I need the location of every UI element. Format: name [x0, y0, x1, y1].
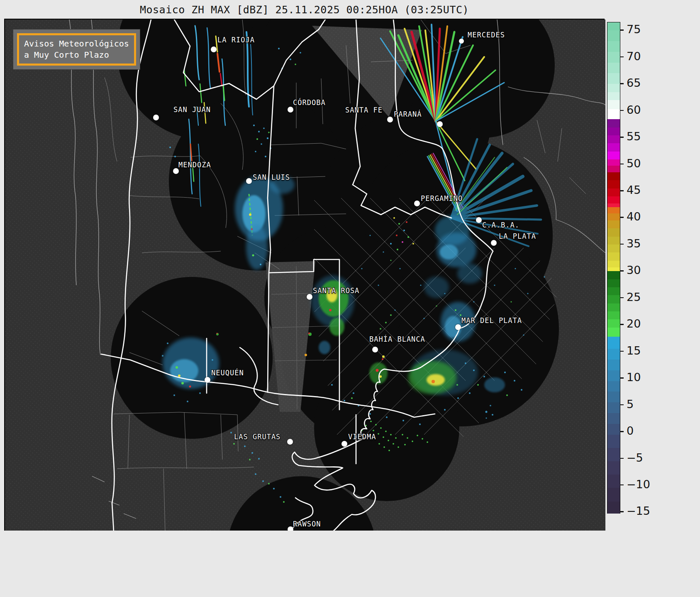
colorbar-tick-label: 55	[627, 130, 641, 143]
city-label: BAHÍA BLANCA	[369, 335, 425, 343]
city-marker	[287, 439, 293, 445]
city-label: NEUQUÉN	[211, 369, 244, 377]
city-marker	[437, 121, 443, 127]
city-marker	[491, 240, 497, 246]
page-title: Mosaico ZH MAX [dBZ] 25.11.2025 00:25HOA…	[4, 4, 605, 16]
city-marker	[173, 168, 179, 174]
city-marker	[455, 324, 461, 330]
city-marker	[153, 115, 159, 120]
colorbar-tick-label: 10	[627, 371, 641, 384]
colorbar-tick-label: 65	[627, 76, 641, 89]
colorbar-tick-label: 0	[627, 424, 634, 437]
colorbar-tick	[620, 324, 624, 325]
colorbar-tick	[620, 484, 624, 486]
colorbar-tick	[620, 377, 624, 379]
city-label: SAN LUIS	[253, 173, 290, 181]
radar-mosaic-page: { "title": "Mosaico ZH MAX [dBZ] 25.11.2…	[0, 0, 700, 597]
colorbar-tick	[620, 270, 624, 272]
colorbar-tick	[620, 56, 624, 58]
city-label: MERCEDES	[468, 31, 505, 39]
colorbar-tick	[620, 110, 624, 111]
colorbar-tick-label: −15	[627, 505, 650, 518]
city-marker	[459, 39, 464, 44]
city-label: LA RIOJA	[217, 36, 255, 44]
city-label: RAWSON	[293, 520, 321, 528]
colorbar-tick-label: 25	[627, 291, 641, 303]
colorbar-tick-label: 20	[627, 318, 641, 330]
alert-overlay-text: Avisos Meteorológicos a Muy Corto Plazo	[17, 33, 136, 66]
city-marker	[372, 347, 378, 352]
colorbar-tick	[620, 244, 624, 245]
colorbar-tick	[620, 164, 624, 165]
colorbar-tick	[620, 137, 624, 138]
city-label: PERGAMINO	[421, 194, 463, 203]
city-label: C.A.B.A.	[482, 221, 520, 229]
colorbar-tick	[620, 511, 624, 512]
city-marker	[205, 377, 210, 383]
colorbar-tick-label: 45	[627, 184, 641, 196]
colorbar-tick-label: 15	[627, 344, 641, 357]
colorbar-tick-label: 75	[627, 23, 641, 36]
city-marker	[414, 201, 420, 206]
city-label: SANTA ROSA	[313, 286, 359, 295]
colorbar-tick	[620, 458, 624, 459]
alert-overlay-box[interactable]: Avisos Meteorológicos a Muy Corto Plazo	[13, 29, 140, 69]
city-marker	[246, 178, 252, 184]
footer: Servicio Meteorológico Nacional Argentin…	[0, 531, 700, 597]
colorbar-tick	[620, 404, 624, 406]
city-label: SANTA FE	[345, 106, 383, 114]
colorbar-tick-label: −10	[627, 478, 650, 491]
city-label: LA PLATA	[499, 232, 536, 240]
colorbar-tick-label: 5	[627, 398, 634, 411]
city-marker	[288, 107, 293, 113]
radar-map: MERCEDESLA RIOJASAN JUANCÓRDOBASANTA FEP…	[4, 19, 605, 531]
city-label: MAR DEL PLATA	[461, 316, 522, 325]
city-label: VIEDMA	[348, 433, 376, 441]
colorbar-tick	[620, 217, 624, 218]
city-marker	[341, 441, 347, 447]
city-layer: MERCEDESLA RIOJASAN JUANCÓRDOBASANTA FEP…	[5, 20, 604, 530]
colorbar-tick	[620, 29, 624, 31]
colorbar-tick	[620, 351, 624, 352]
city-label: CÓRDOBA	[293, 98, 326, 107]
city-label: LAS GRUTAS	[234, 433, 280, 441]
colorbar-tick-label: 60	[627, 103, 641, 116]
city-marker	[307, 294, 312, 300]
colorbar-tick	[620, 83, 624, 84]
colorbar-tick	[620, 297, 624, 298]
city-label: MENDOZA	[178, 161, 211, 169]
colorbar-tick	[620, 190, 624, 191]
city-label: PARANÁ	[394, 110, 422, 118]
colorbar-tick-label: 40	[627, 210, 641, 223]
city-label: SAN JUAN	[173, 105, 211, 114]
colorbar-tick-label: 30	[627, 264, 641, 277]
city-marker	[387, 117, 393, 122]
colorbar-tick-label: −5	[627, 451, 643, 464]
city-marker	[476, 217, 482, 223]
colorbar-tick-label: 70	[627, 50, 641, 63]
colorbar-segments	[607, 22, 620, 513]
colorbar-tick	[620, 431, 624, 432]
colorbar-tick-label: 35	[627, 237, 641, 250]
city-marker	[211, 46, 217, 52]
colorbar-tick-label: 50	[627, 157, 641, 170]
colorbar	[607, 22, 620, 514]
